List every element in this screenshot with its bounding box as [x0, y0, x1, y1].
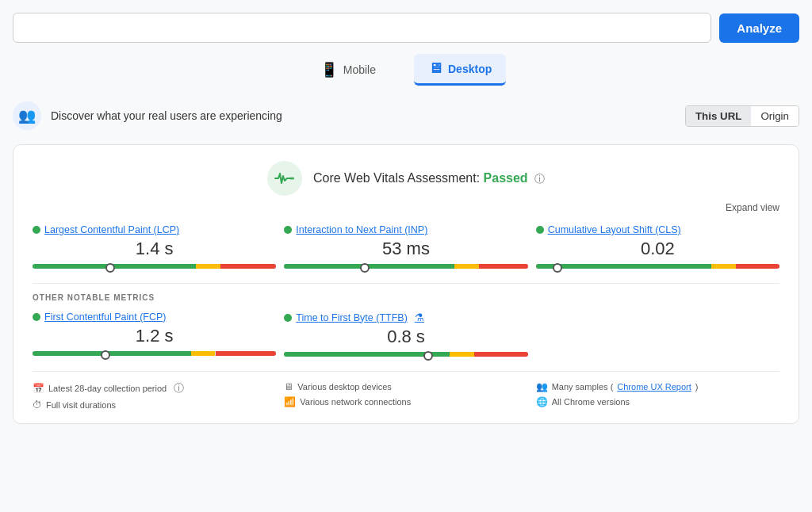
url-origin-group: This URL Origin — [685, 105, 799, 127]
discover-left: 👥 Discover what your real users are expe… — [13, 101, 282, 130]
footer-col-1: 📅 Latest 28-day collection period ⓘ ⏱ Fu… — [33, 381, 276, 411]
tab-row: 📱 Mobile 🖥 Desktop — [13, 54, 799, 86]
cwv-status: Passed — [484, 171, 528, 185]
fcp-value: 1.2 s — [33, 326, 276, 346]
footer-samples-text: Many samples ( — [552, 382, 614, 392]
timer-icon: ⏱ — [33, 399, 42, 411]
discover-bar: 👥 Discover what your real users are expe… — [13, 97, 799, 135]
cls-value: 0.02 — [536, 239, 779, 259]
fcp-name[interactable]: First Contentful Paint (FCP) — [33, 311, 276, 323]
footer-chrome-label: All Chrome versions — [552, 397, 630, 407]
footer-samples-after: ) — [695, 382, 699, 392]
collection-info-icon[interactable]: ⓘ — [174, 381, 184, 395]
metric-ttfb: Time to First Byte (TTFB) ⚗ 0.8 s — [284, 311, 527, 357]
footer-item-devices: 🖥 Various desktop devices — [284, 381, 527, 392]
tab-desktop-label: Desktop — [448, 63, 492, 75]
ttfb-lab-icon: ⚗ — [415, 311, 424, 323]
ttfb-gauge — [284, 352, 527, 357]
footer-col-2: 🖥 Various desktop devices 📶 Various netw… — [284, 381, 527, 411]
inp-gauge — [284, 264, 527, 269]
desktop-footer-icon: 🖥 — [284, 381, 293, 392]
footer-item-durations: ⏱ Full visit durations — [33, 399, 276, 411]
tab-desktop[interactable]: 🖥 Desktop — [414, 54, 506, 86]
metric-lcp: Largest Contentful Paint (LCP) 1.4 s — [33, 224, 276, 269]
tab-mobile[interactable]: 📱 Mobile — [306, 54, 390, 86]
footer-item-chrome: 🌐 All Chrome versions — [536, 396, 779, 407]
svg-point-1 — [292, 178, 294, 180]
other-metrics-label: OTHER NOTABLE METRICS — [33, 293, 779, 302]
footer-duration-label: Full visit durations — [46, 400, 116, 410]
wifi-icon: 📶 — [284, 396, 296, 407]
metric-inp: Interaction to Next Paint (INP) 53 ms — [284, 224, 527, 269]
footer-item-network: 📶 Various network connections — [284, 396, 527, 407]
cwv-assessment-label: Core Web Vitals Assessment: Passed ⓘ — [313, 171, 545, 186]
cwv-info-icon[interactable]: ⓘ — [534, 173, 545, 185]
fcp-dot — [33, 313, 40, 321]
url-bar: https://www.gohighlevel.com/ Analyze — [13, 13, 799, 43]
footer-info: 📅 Latest 28-day collection period ⓘ ⏱ Fu… — [33, 371, 779, 411]
calendar-icon: 📅 — [33, 383, 44, 394]
footer-item-samples: 👥 Many samples ( Chrome UX Report ) — [536, 381, 779, 392]
cwv-icon — [267, 161, 302, 196]
lcp-value: 1.4 s — [33, 239, 276, 259]
desktop-icon: 🖥 — [428, 60, 442, 77]
origin-button[interactable]: Origin — [751, 106, 799, 126]
fcp-gauge — [33, 351, 276, 356]
expand-view-link[interactable]: Expand view — [726, 202, 779, 213]
tab-mobile-label: Mobile — [343, 63, 376, 76]
this-url-button[interactable]: This URL — [686, 106, 752, 126]
expand-row: Expand view — [33, 202, 779, 213]
cwv-header: Core Web Vitals Assessment: Passed ⓘ — [33, 161, 779, 196]
metric-fcp: First Contentful Paint (FCP) 1.2 s — [33, 311, 276, 357]
chrome-ux-link[interactable]: Chrome UX Report — [617, 382, 691, 392]
discover-title: Discover what your real users are experi… — [51, 109, 282, 122]
lcp-dot — [33, 226, 40, 234]
section-divider — [33, 283, 779, 284]
lcp-gauge — [33, 264, 276, 269]
ttfb-name[interactable]: Time to First Byte (TTFB) ⚗ — [284, 311, 527, 323]
footer-col-3: 👥 Many samples ( Chrome UX Report ) 🌐 Al… — [536, 381, 779, 411]
inp-value: 53 ms — [284, 239, 527, 259]
cls-dot — [536, 226, 544, 234]
metric-empty — [536, 311, 779, 357]
cls-name[interactable]: Cumulative Layout Shift (CLS) — [536, 224, 779, 235]
analyze-button[interactable]: Analyze — [719, 13, 799, 43]
mobile-icon: 📱 — [320, 61, 338, 78]
cls-gauge — [536, 264, 779, 269]
main-card: Core Web Vitals Assessment: Passed ⓘ Exp… — [13, 144, 799, 424]
ttfb-dot — [284, 314, 292, 322]
discover-icon: 👥 — [13, 101, 41, 130]
footer-network-label: Various network connections — [300, 397, 411, 407]
footer-collection-label: Latest 28-day collection period — [48, 384, 167, 393]
users-icon: 👥 — [536, 381, 548, 392]
chrome-icon: 🌐 — [536, 396, 548, 407]
core-metrics-row: Largest Contentful Paint (LCP) 1.4 s Int… — [33, 224, 779, 269]
other-metrics-row: First Contentful Paint (FCP) 1.2 s Time … — [33, 311, 779, 357]
url-input[interactable]: https://www.gohighlevel.com/ — [13, 13, 711, 43]
inp-dot — [284, 226, 292, 234]
inp-name[interactable]: Interaction to Next Paint (INP) — [284, 224, 527, 235]
footer-devices-label: Various desktop devices — [297, 382, 391, 392]
footer-item-collection: 📅 Latest 28-day collection period ⓘ — [33, 381, 276, 395]
metric-cls: Cumulative Layout Shift (CLS) 0.02 — [536, 224, 779, 269]
lcp-name[interactable]: Largest Contentful Paint (LCP) — [33, 224, 276, 235]
ttfb-value: 0.8 s — [284, 327, 527, 347]
